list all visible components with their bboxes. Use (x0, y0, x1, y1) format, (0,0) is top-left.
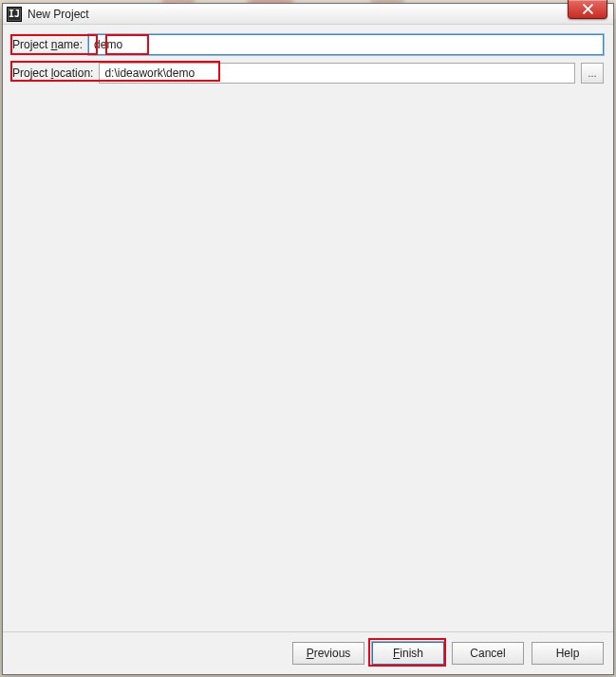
button-text: inish (400, 647, 423, 660)
label-text: ocation: (53, 66, 93, 80)
label-text: ame: (57, 38, 83, 51)
new-project-dialog: IJ New Project Project name: Project loc… (2, 3, 614, 675)
content-spacer (12, 91, 604, 624)
dialog-content: Project name: Project location: ... (3, 25, 613, 631)
previous-button[interactable]: Previous (292, 642, 364, 665)
button-bar: Previous Finish Cancel Help (3, 632, 613, 674)
button-text: revious (314, 647, 351, 660)
project-location-row: Project location: ... (12, 63, 604, 84)
project-name-input[interactable] (88, 34, 604, 55)
close-icon (583, 4, 593, 14)
browse-button[interactable]: ... (581, 63, 604, 84)
titlebar[interactable]: IJ New Project (3, 4, 613, 25)
close-button[interactable] (568, 0, 607, 19)
button-mnemonic: P (307, 647, 314, 660)
help-button[interactable]: Help (532, 642, 604, 665)
ellipsis-icon: ... (588, 67, 596, 79)
app-icon: IJ (7, 7, 22, 22)
project-name-row: Project name: (12, 34, 604, 55)
label-text: Project (12, 38, 51, 51)
project-name-label: Project name: (12, 38, 83, 51)
project-location-input[interactable] (99, 63, 575, 84)
project-location-label: Project location: (12, 66, 93, 80)
finish-button[interactable]: Finish (372, 642, 444, 665)
label-text: Project (12, 66, 51, 80)
cancel-button[interactable]: Cancel (452, 642, 524, 665)
dialog-title: New Project (28, 8, 89, 21)
